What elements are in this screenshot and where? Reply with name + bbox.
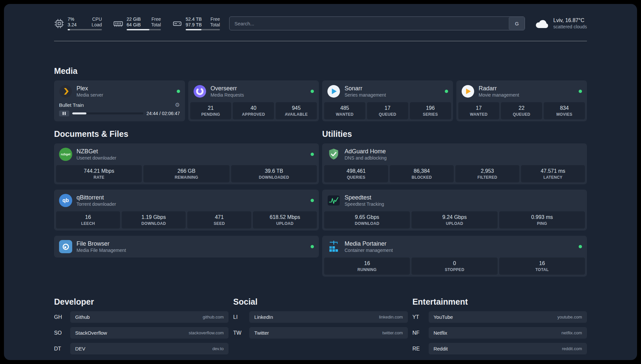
cpu-progressbar [68,29,102,30]
cloud-icon [534,17,549,29]
overseerr-icon [193,85,206,98]
adguard-link[interactable]: AdGuard Home DNS and adblocking [324,145,585,163]
service-desc: DNS and adblocking [345,155,387,161]
stat-tile: 86,384BLOCKED [390,165,454,182]
bookmark-abbr: NF [412,330,429,336]
memory-free: 22 GiB [127,16,141,22]
stat-tile: 16RUNNING [324,258,410,275]
weather-widget: Lviv, 16.87°C scattered clouds [534,17,587,30]
stat-tile: 47.571 msLATENCY [521,165,585,182]
status-dot [579,90,582,93]
disk-total-label: Total [210,22,220,28]
stat-tile: 9.24 GbpsUPLOAD [412,211,497,228]
stat-tile: 266 GBREMAINING [143,165,229,182]
bookmark-netflix[interactable]: NF Netflixnetflix.com [412,327,587,339]
section-title-media: Media [54,66,587,76]
qbittorrent-link[interactable]: qb qBittorrent Torrent downloader [56,192,317,209]
plex-now-playing: Bullet Train ⚙ 24:44 / 02:06:47 [56,102,183,118]
filebrowser-icon [59,240,72,253]
sonarr-icon [327,85,340,98]
adguard-card: AdGuard Home DNS and adblocking 498,461Q… [322,143,587,184]
speedtest-link[interactable]: Speedtest Speedtest Tracking [324,192,585,209]
disk-widget: 52.4 TBFree 97.9 TBTotal [172,16,220,30]
disk-free-label: Free [210,16,220,22]
stat-tile: 40APPROVED [233,102,274,119]
pause-button[interactable] [59,110,69,116]
stat-tile: 16LEECH [56,211,120,228]
memory-total: 64 GiB [127,22,141,28]
overseerr-link[interactable]: Overseerr Media Requests [190,82,317,100]
section-documents: Documents & Files nzbget NZBGet Usenet d… [54,129,319,277]
bookmark-github[interactable]: GH Githubgithub.com [54,311,229,323]
search-provider-button[interactable]: G [509,17,525,30]
speedtest-card: Speedtest Speedtest Tracking 9.65 GbpsDO… [322,190,587,230]
bookmark-linkedin[interactable]: LI LinkedInlinkedin.com [233,311,408,323]
service-name: AdGuard Home [345,148,387,155]
bookmark-twitter[interactable]: TW Twittertwitter.com [233,327,408,339]
section-title-documents: Documents & Files [54,129,319,139]
stat-tile: 22QUEUED [501,102,542,119]
service-name: Speedtest [345,194,384,201]
section-utilities: Utilities AdGuard Home DNS and adblockin… [322,129,587,277]
bookmark-dev[interactable]: DT DEVdev.to [54,343,229,354]
search-input[interactable] [229,17,509,30]
portainer-crane-icon [327,240,340,253]
memory-free-label: Free [151,16,161,22]
nzbget-card: nzbget NZBGet Usenet downloader 744.21 M… [54,143,319,184]
bookmark-group-social: Social LI LinkedInlinkedin.com TW Twitte… [233,297,408,354]
service-desc: Media server [76,92,103,98]
playback-time: 24:44 / 02:06:47 [146,111,180,116]
service-name: Media Portainer [345,240,393,247]
service-desc: Container management [345,247,393,253]
section-title-social: Social [233,297,408,307]
stat-tile: 196SERIES [410,102,451,119]
nzbget-link[interactable]: nzbget NZBGet Usenet downloader [56,145,317,163]
memory-total-label: Total [151,22,161,28]
bookmark-stackoverflow[interactable]: SO StackOverflowstackoverflow.com [54,327,229,339]
weather-condition: scattered clouds [553,24,587,30]
memory-progressbar [127,29,161,30]
stat-tile: 471SEED [187,211,251,228]
resource-widgets: 7%CPU 3.24Load 22 GiBFree 64 GiBTotal [54,16,220,30]
filebrowser-link[interactable]: File Browser Media File Management [56,238,317,256]
playback-progressbar [72,112,143,114]
disk-total: 97.9 TB [186,22,202,28]
speedtest-graph-icon [327,194,340,207]
bookmark-abbr: SO [54,330,70,336]
weather-location: Lviv, 16.87°C [553,17,587,24]
sonarr-link[interactable]: Sonarr Series management [324,82,451,100]
stat-tile: 17WANTED [458,102,500,119]
disk-icon [172,18,182,29]
stat-tile: 16TOTAL [499,258,585,275]
service-desc: Media File Management [76,247,126,253]
radarr-card: Radarr Movie management 17WANTED 22QUEUE… [456,80,587,121]
portainer-link[interactable]: Media Portainer Container management [324,238,585,256]
bookmark-abbr: TW [233,330,249,336]
status-dot [311,199,314,202]
status-dot [311,153,314,156]
stat-tile: 834MOVIES [544,102,585,119]
service-desc: Media Requests [211,92,244,98]
stat-tile: 618.52 MbpsUPLOAD [253,211,317,228]
service-name: NZBGet [76,148,116,155]
stat-tile: 744.21 MbpsRATE [56,165,142,182]
bookmark-abbr: DT [54,346,70,352]
stat-tile: 498,461QUERIES [324,165,388,182]
overseerr-card: Overseerr Media Requests 21PENDING 40APP… [188,80,319,121]
bookmark-youtube[interactable]: YT YouTubeyoutube.com [412,311,587,323]
topbar: 7%CPU 3.24Load 22 GiBFree 64 GiBTotal [54,16,587,30]
cpu-load: 3.24 [68,22,76,28]
service-desc: Usenet downloader [76,155,116,161]
bookmark-abbr: LI [233,314,249,320]
plex-link[interactable]: Plex Media server [56,82,183,100]
status-dot [311,245,314,248]
stat-tile: 0.993 msPING [499,211,585,228]
player-settings-gear-icon[interactable]: ⚙ [175,102,180,108]
bookmark-group-entertainment: Entertainment YT YouTubeyoutube.com NF N… [412,297,587,354]
bookmarks: Developer GH Githubgithub.com SO StackOv… [54,297,587,354]
bookmark-reddit[interactable]: RE Redditreddit.com [412,343,587,354]
radarr-link[interactable]: Radarr Movie management [458,82,585,100]
status-dot [177,90,180,93]
section-media: Media Plex Media server [54,66,587,121]
bookmark-group-developer: Developer GH Githubgithub.com SO StackOv… [54,297,229,354]
